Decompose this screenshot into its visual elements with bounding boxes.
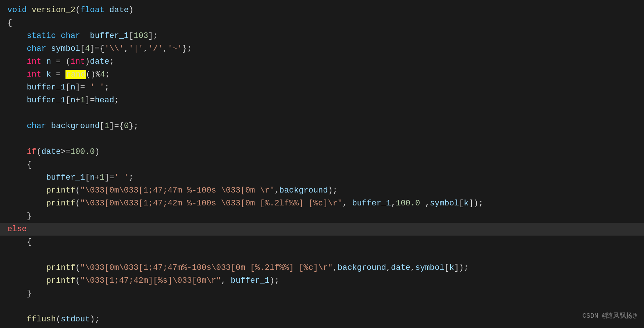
code-line-2: { xyxy=(0,17,644,29)
code-line-26: usleep(80000); xyxy=(0,326,644,328)
code-line-16: printf("\033[0m\033[1;47;42m %-100s \033… xyxy=(0,197,644,210)
code-line-23: } xyxy=(0,287,644,300)
code-line-12: if(date>=100.0) xyxy=(0,145,644,158)
code-line-18: else xyxy=(0,223,644,236)
code-line-6: int k = rand()%4; xyxy=(0,68,644,81)
code-line-21: printf("\033[0m\033[1;47;47m%-100s\033[0… xyxy=(0,261,644,274)
code-line-13: { xyxy=(0,158,644,171)
code-line-20 xyxy=(0,248,644,261)
code-line-9 xyxy=(0,107,644,120)
watermark: CSDN @随风飘扬@ xyxy=(582,310,637,322)
code-line-22: printf("\033[1;47;42m][%s]\033[0m\r", bu… xyxy=(0,274,644,287)
code-line-15: printf("\033[0m\033[1;47;47m %-100s \033… xyxy=(0,184,644,197)
code-line-19: { xyxy=(0,236,644,248)
code-line-24 xyxy=(0,300,644,313)
code-editor: void version_2(float date) { static char… xyxy=(0,0,644,328)
code-line-25: fflush(stdout); xyxy=(0,313,644,326)
code-line-5: int n = (int)date; xyxy=(0,55,644,68)
code-line-11 xyxy=(0,133,644,145)
code-line-8: buffer_1[n+1]=head; xyxy=(0,94,644,107)
code-line-10: char background[1]={0}; xyxy=(0,120,644,133)
code-line-17: } xyxy=(0,210,644,223)
code-line-1: void version_2(float date) xyxy=(0,4,644,17)
code-line-7: buffer_1[n]= ' '; xyxy=(0,81,644,94)
code-line-3: static char buffer_1[103]; xyxy=(0,29,644,42)
code-line-4: char symbol[4]={'\\','|','/','~'}; xyxy=(0,42,644,55)
code-line-14: buffer_1[n+1]=' '; xyxy=(0,171,644,184)
